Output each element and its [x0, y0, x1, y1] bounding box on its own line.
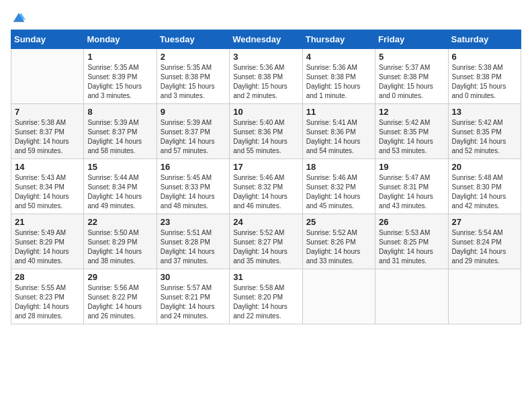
- day-cell: 26Sunrise: 5:53 AMSunset: 8:25 PMDayligh…: [375, 214, 448, 269]
- day-info: Sunrise: 5:39 AMSunset: 8:37 PMDaylight:…: [87, 118, 152, 156]
- day-number: 15: [87, 162, 152, 172]
- day-number: 5: [379, 52, 444, 62]
- week-row-2: 7Sunrise: 5:38 AMSunset: 8:37 PMDaylight…: [11, 104, 521, 159]
- day-cell: [375, 269, 448, 324]
- day-number: 19: [379, 162, 444, 172]
- day-number: 27: [452, 217, 517, 227]
- day-info: Sunrise: 5:49 AMSunset: 8:29 PMDaylight:…: [15, 228, 80, 266]
- header-cell-tuesday: Tuesday: [157, 30, 229, 49]
- day-info: Sunrise: 5:53 AMSunset: 8:25 PMDaylight:…: [379, 228, 444, 266]
- day-number: 18: [306, 162, 371, 172]
- logo-icon: [12, 11, 26, 24]
- day-cell: 17Sunrise: 5:46 AMSunset: 8:32 PMDayligh…: [230, 159, 302, 214]
- page-header: [11, 11, 521, 24]
- day-number: 16: [161, 162, 226, 172]
- day-info: Sunrise: 5:36 AMSunset: 8:38 PMDaylight:…: [233, 63, 298, 101]
- day-cell: 28Sunrise: 5:55 AMSunset: 8:23 PMDayligh…: [11, 269, 84, 324]
- day-cell: 8Sunrise: 5:39 AMSunset: 8:37 PMDaylight…: [84, 104, 157, 159]
- day-cell: 9Sunrise: 5:39 AMSunset: 8:37 PMDaylight…: [157, 104, 229, 159]
- day-info: Sunrise: 5:54 AMSunset: 8:24 PMDaylight:…: [452, 228, 517, 266]
- day-info: Sunrise: 5:38 AMSunset: 8:37 PMDaylight:…: [15, 118, 80, 156]
- day-info: Sunrise: 5:45 AMSunset: 8:33 PMDaylight:…: [161, 173, 226, 211]
- day-info: Sunrise: 5:36 AMSunset: 8:38 PMDaylight:…: [306, 63, 371, 101]
- day-cell: 24Sunrise: 5:52 AMSunset: 8:27 PMDayligh…: [230, 214, 302, 269]
- day-cell: [11, 49, 84, 104]
- day-number: 22: [87, 217, 152, 227]
- day-number: 10: [233, 107, 298, 117]
- day-cell: 20Sunrise: 5:48 AMSunset: 8:30 PMDayligh…: [448, 159, 521, 214]
- day-info: Sunrise: 5:57 AMSunset: 8:21 PMDaylight:…: [161, 283, 226, 321]
- day-number: 25: [306, 217, 371, 227]
- day-info: Sunrise: 5:46 AMSunset: 8:32 PMDaylight:…: [233, 173, 298, 211]
- header-cell-sunday: Sunday: [11, 30, 84, 49]
- day-number: 26: [379, 217, 444, 227]
- week-row-5: 28Sunrise: 5:55 AMSunset: 8:23 PMDayligh…: [11, 269, 521, 324]
- day-info: Sunrise: 5:47 AMSunset: 8:31 PMDaylight:…: [379, 173, 444, 211]
- day-cell: 15Sunrise: 5:44 AMSunset: 8:34 PMDayligh…: [84, 159, 157, 214]
- day-number: 8: [87, 107, 152, 117]
- day-info: Sunrise: 5:42 AMSunset: 8:35 PMDaylight:…: [452, 118, 517, 156]
- day-number: 1: [87, 52, 152, 62]
- day-info: Sunrise: 5:41 AMSunset: 8:36 PMDaylight:…: [306, 118, 371, 156]
- header-cell-saturday: Saturday: [448, 30, 521, 49]
- header-cell-thursday: Thursday: [302, 30, 375, 49]
- day-info: Sunrise: 5:56 AMSunset: 8:22 PMDaylight:…: [87, 283, 152, 321]
- day-cell: [302, 269, 375, 324]
- day-cell: 3Sunrise: 5:36 AMSunset: 8:38 PMDaylight…: [230, 49, 302, 104]
- day-info: Sunrise: 5:51 AMSunset: 8:28 PMDaylight:…: [161, 228, 226, 266]
- day-cell: 1Sunrise: 5:35 AMSunset: 8:39 PMDaylight…: [84, 49, 157, 104]
- day-cell: 13Sunrise: 5:42 AMSunset: 8:35 PMDayligh…: [448, 104, 521, 159]
- day-cell: 31Sunrise: 5:58 AMSunset: 8:20 PMDayligh…: [230, 269, 302, 324]
- day-number: 29: [87, 272, 152, 282]
- header-cell-wednesday: Wednesday: [230, 30, 302, 49]
- day-info: Sunrise: 5:43 AMSunset: 8:34 PMDaylight:…: [15, 173, 80, 211]
- day-cell: 18Sunrise: 5:46 AMSunset: 8:32 PMDayligh…: [302, 159, 375, 214]
- day-cell: 7Sunrise: 5:38 AMSunset: 8:37 PMDaylight…: [11, 104, 84, 159]
- day-info: Sunrise: 5:46 AMSunset: 8:32 PMDaylight:…: [306, 173, 371, 211]
- day-info: Sunrise: 5:58 AMSunset: 8:20 PMDaylight:…: [233, 283, 298, 321]
- day-info: Sunrise: 5:39 AMSunset: 8:37 PMDaylight:…: [161, 118, 226, 156]
- day-cell: 29Sunrise: 5:56 AMSunset: 8:22 PMDayligh…: [84, 269, 157, 324]
- day-number: 11: [306, 107, 371, 117]
- day-info: Sunrise: 5:48 AMSunset: 8:30 PMDaylight:…: [452, 173, 517, 211]
- logo: [11, 11, 27, 24]
- day-cell: 30Sunrise: 5:57 AMSunset: 8:21 PMDayligh…: [157, 269, 229, 324]
- day-cell: 12Sunrise: 5:42 AMSunset: 8:35 PMDayligh…: [375, 104, 448, 159]
- day-cell: 16Sunrise: 5:45 AMSunset: 8:33 PMDayligh…: [157, 159, 229, 214]
- day-info: Sunrise: 5:50 AMSunset: 8:29 PMDaylight:…: [87, 228, 152, 266]
- calendar-header: SundayMondayTuesdayWednesdayThursdayFrid…: [11, 30, 521, 49]
- day-number: 13: [452, 107, 517, 117]
- day-info: Sunrise: 5:52 AMSunset: 8:27 PMDaylight:…: [233, 228, 298, 266]
- day-cell: [448, 269, 521, 324]
- day-info: Sunrise: 5:52 AMSunset: 8:26 PMDaylight:…: [306, 228, 371, 266]
- day-cell: 10Sunrise: 5:40 AMSunset: 8:36 PMDayligh…: [230, 104, 302, 159]
- week-row-1: 1Sunrise: 5:35 AMSunset: 8:39 PMDaylight…: [11, 49, 521, 104]
- header-cell-monday: Monday: [84, 30, 157, 49]
- day-number: 24: [233, 217, 298, 227]
- day-number: 30: [161, 272, 226, 282]
- day-info: Sunrise: 5:35 AMSunset: 8:39 PMDaylight:…: [87, 63, 152, 101]
- week-row-4: 21Sunrise: 5:49 AMSunset: 8:29 PMDayligh…: [11, 214, 521, 269]
- day-info: Sunrise: 5:44 AMSunset: 8:34 PMDaylight:…: [87, 173, 152, 211]
- day-cell: 23Sunrise: 5:51 AMSunset: 8:28 PMDayligh…: [157, 214, 229, 269]
- day-cell: 14Sunrise: 5:43 AMSunset: 8:34 PMDayligh…: [11, 159, 84, 214]
- calendar-body: 1Sunrise: 5:35 AMSunset: 8:39 PMDaylight…: [11, 49, 521, 324]
- day-cell: 19Sunrise: 5:47 AMSunset: 8:31 PMDayligh…: [375, 159, 448, 214]
- day-cell: 11Sunrise: 5:41 AMSunset: 8:36 PMDayligh…: [302, 104, 375, 159]
- day-number: 2: [161, 52, 226, 62]
- day-number: 9: [161, 107, 226, 117]
- day-info: Sunrise: 5:40 AMSunset: 8:36 PMDaylight:…: [233, 118, 298, 156]
- day-info: Sunrise: 5:38 AMSunset: 8:38 PMDaylight:…: [452, 63, 517, 101]
- day-number: 7: [15, 107, 80, 117]
- day-cell: 21Sunrise: 5:49 AMSunset: 8:29 PMDayligh…: [11, 214, 84, 269]
- day-number: 31: [233, 272, 298, 282]
- day-number: 28: [15, 272, 80, 282]
- day-info: Sunrise: 5:35 AMSunset: 8:38 PMDaylight:…: [161, 63, 226, 101]
- day-cell: 2Sunrise: 5:35 AMSunset: 8:38 PMDaylight…: [157, 49, 229, 104]
- day-info: Sunrise: 5:55 AMSunset: 8:23 PMDaylight:…: [15, 283, 80, 321]
- day-cell: 25Sunrise: 5:52 AMSunset: 8:26 PMDayligh…: [302, 214, 375, 269]
- day-cell: 27Sunrise: 5:54 AMSunset: 8:24 PMDayligh…: [448, 214, 521, 269]
- day-info: Sunrise: 5:37 AMSunset: 8:38 PMDaylight:…: [379, 63, 444, 101]
- day-number: 12: [379, 107, 444, 117]
- day-number: 14: [15, 162, 80, 172]
